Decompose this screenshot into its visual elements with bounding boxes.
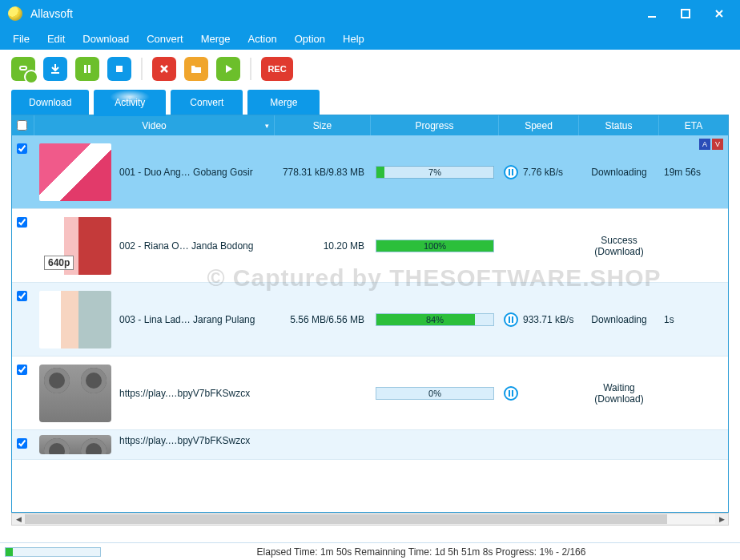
minimize-button[interactable] [636, 4, 668, 23]
video-thumbnail [39, 291, 111, 348]
menu-action[interactable]: Action [240, 30, 285, 48]
table-row[interactable]: https://play.…bpyV7bFKSwzcx0%Waiting (Do… [12, 357, 728, 430]
overall-progress-bar [5, 547, 101, 557]
row-status: Downloading [579, 283, 659, 356]
row-size: 5.56 MB/6.56 MB [275, 283, 371, 356]
delete-button[interactable] [152, 57, 176, 81]
titlebar: Allavsoft [0, 0, 740, 27]
grid-body[interactable]: 001 - Duo Ang… Gobang Gosir778.31 kB/9.8… [12, 135, 728, 512]
menubar: File Edit Download Convert Merge Action … [0, 27, 740, 50]
pause-button[interactable] [75, 57, 99, 81]
row-speed-cell [499, 430, 579, 459]
video-title: https://play.…bpyV7bFKSwzcx [119, 388, 250, 399]
progress-percent: 0% [376, 388, 493, 399]
row-speed-cell [499, 357, 579, 429]
header-progress[interactable]: Progress [371, 115, 499, 135]
header-size[interactable]: Size [275, 115, 371, 135]
row-checkbox-cell [12, 357, 34, 429]
row-progress-cell: 0% [371, 357, 499, 429]
row-eta [659, 357, 728, 429]
menu-download[interactable]: Download [74, 30, 137, 48]
row-checkbox[interactable] [17, 143, 27, 154]
row-checkbox[interactable] [17, 365, 27, 375]
progress-bar: 7% [376, 166, 494, 179]
toolbar: REC [0, 50, 740, 88]
row-speed-cell [499, 209, 579, 282]
row-status [579, 430, 659, 459]
row-video-cell: https://play.…bpyV7bFKSwzcx [34, 357, 275, 429]
menu-file[interactable]: File [5, 30, 38, 48]
close-button[interactable] [703, 4, 735, 23]
video-thumbnail [39, 143, 111, 201]
row-checkbox[interactable] [17, 291, 27, 301]
row-status: Success (Download) [579, 209, 659, 282]
scroll-thumb[interactable] [25, 514, 667, 524]
status-text: Elapsed Time: 1m 50s Remainning Time: 1d… [107, 546, 735, 558]
overall-progress-fill [6, 548, 13, 556]
row-status: Waiting (Download) [579, 357, 659, 429]
header-label: Video [142, 120, 166, 131]
play-button[interactable] [216, 57, 240, 81]
row-progress-cell: 100% [371, 209, 499, 282]
header-video[interactable]: Video▾ [34, 115, 275, 135]
paste-url-button[interactable] [11, 57, 35, 81]
svg-rect-3 [88, 65, 90, 73]
table-row[interactable]: https://play.…bpyV7bFKSwzcx [12, 430, 728, 460]
download-button[interactable] [43, 57, 67, 81]
menu-merge[interactable]: Merge [193, 30, 239, 48]
table-row[interactable]: 001 - Duo Ang… Gobang Gosir778.31 kB/9.8… [12, 135, 728, 209]
row-checkbox-cell [12, 209, 34, 282]
header-status[interactable]: Status [579, 115, 659, 135]
menu-edit[interactable]: Edit [39, 30, 73, 48]
scroll-track[interactable] [25, 514, 715, 524]
select-all-checkbox[interactable] [17, 120, 27, 131]
maximize-button[interactable] [670, 4, 702, 23]
table-row[interactable]: 003 - Lina Lad… Jarang Pulang5.56 MB/6.5… [12, 283, 728, 357]
tab-download[interactable]: Download [11, 90, 89, 115]
app-title: Allavsoft [30, 7, 636, 20]
pause-icon[interactable] [504, 165, 518, 179]
header-speed[interactable]: Speed [499, 115, 579, 135]
tab-label: Merge [270, 97, 297, 108]
pause-icon[interactable] [504, 386, 518, 401]
speed-value: 7.76 kB/s [523, 167, 563, 178]
menu-option[interactable]: Option [287, 30, 333, 48]
video-thumbnail [39, 435, 111, 454]
pause-icon[interactable] [504, 312, 518, 327]
table-row[interactable]: 640p002 - Riana O… Janda Bodong10.20 MB1… [12, 209, 728, 283]
tab-label: Download [29, 97, 71, 108]
row-progress-cell: 84% [371, 283, 499, 356]
progress-percent: 84% [376, 314, 493, 325]
video-title: https://play.…bpyV7bFKSwzcx [119, 435, 250, 446]
tab-convert[interactable]: Convert [171, 90, 243, 115]
menu-convert[interactable]: Convert [139, 30, 191, 48]
row-status: Downloading [579, 135, 659, 208]
row-size: 10.20 MB [275, 209, 371, 282]
menu-help[interactable]: Help [335, 30, 372, 48]
tabstrip: Download Activity Convert Merge [0, 88, 740, 115]
scroll-right-icon[interactable]: ▶ [715, 514, 728, 525]
tab-label: Convert [190, 97, 223, 108]
tab-activity[interactable]: Activity [94, 90, 166, 115]
header-checkbox-cell [12, 115, 34, 135]
row-size [275, 357, 371, 429]
row-video-cell: 003 - Lina Lad… Jarang Pulang [34, 283, 275, 356]
tab-merge[interactable]: Merge [247, 90, 320, 115]
svg-rect-4 [116, 66, 123, 72]
row-checkbox[interactable] [17, 217, 27, 228]
scroll-left-icon[interactable]: ◀ [12, 514, 25, 525]
quality-badge: 640p [44, 256, 74, 270]
svg-rect-2 [84, 65, 86, 73]
open-folder-button[interactable] [184, 57, 208, 81]
row-size [275, 430, 371, 459]
row-video-cell: 001 - Duo Ang… Gobang Gosir [34, 135, 275, 208]
horizontal-scrollbar[interactable]: ◀ ▶ [11, 513, 729, 526]
row-eta [659, 209, 728, 282]
header-eta[interactable]: ETA [659, 115, 728, 135]
row-checkbox[interactable] [17, 438, 27, 449]
row-eta [659, 430, 728, 459]
record-button[interactable]: REC [261, 57, 293, 81]
row-checkbox-cell [12, 430, 34, 459]
stop-button[interactable] [107, 57, 131, 81]
stream-flag-v: V [712, 139, 723, 150]
